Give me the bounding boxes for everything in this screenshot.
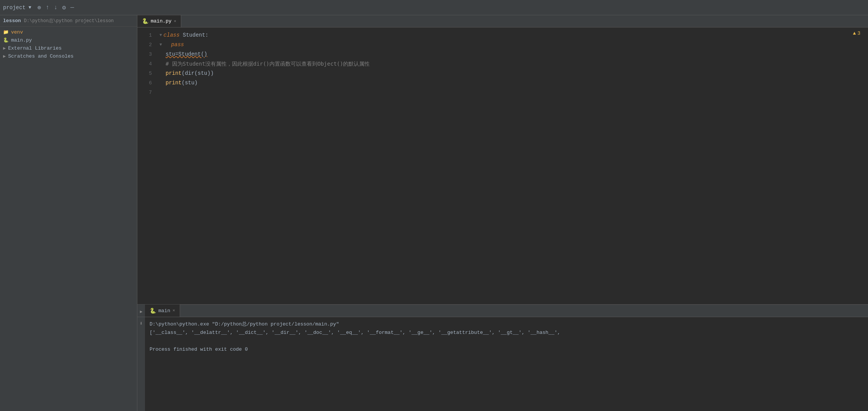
project-dropdown[interactable]: ▼ xyxy=(29,5,31,10)
code-line-2: ▼ pass xyxy=(156,40,868,50)
console-left-icons: ⬇ xyxy=(137,317,145,411)
console-tab-label: main xyxy=(158,308,170,314)
fold-marker-2[interactable]: ▼ xyxy=(159,40,162,50)
keyword-class: class xyxy=(164,31,180,40)
code-text: Student: xyxy=(180,31,209,40)
line-num-6: 6 xyxy=(140,78,152,88)
sidebar-item-scratches[interactable]: ▶ Scratches and Consoles xyxy=(0,52,137,60)
warning-badge: ▲ 3 xyxy=(853,31,860,36)
sidebar: lesson D:\python总\python project\lesson … xyxy=(0,15,137,411)
line-num-4: 4 xyxy=(140,59,152,69)
target-icon[interactable]: ⊕ xyxy=(37,4,41,11)
code-line-4: # 因为Student没有属性，因此根据dir()内置函数可以查看到Object… xyxy=(156,59,868,69)
sidebar-item-label: venv xyxy=(11,29,23,35)
line-numbers: 1 2 3 4 5 6 7 xyxy=(137,27,156,304)
sidebar-item-label: Scratches and Consoles xyxy=(8,53,74,59)
bottom-tab-bar: ▶ 🐍 main × xyxy=(137,305,868,317)
console-tab-close[interactable]: × xyxy=(172,308,175,313)
tab-console-main[interactable]: 🐍 main × xyxy=(145,305,180,317)
code-area[interactable]: ▲ 3 ▼ class Student: ▼ pass stu=St xyxy=(156,27,868,304)
tab-mainpy[interactable]: 🐍 main.py × xyxy=(137,15,181,27)
folder-icon: ▶ xyxy=(3,53,6,59)
code-comment: # 因为Student没有属性，因此根据dir()内置函数可以查看到Object… xyxy=(166,59,370,69)
code-line-7 xyxy=(156,88,868,97)
console-line-process: Process finished with exit code 0 xyxy=(150,345,863,354)
main-area: lesson D:\python总\python project\lesson … xyxy=(0,15,868,411)
code-line-3: stu=Student() xyxy=(156,50,868,59)
code-line-6: print (stu) xyxy=(156,78,868,88)
line-num-5: 5 xyxy=(140,69,152,78)
settings-icon[interactable]: ⚙ xyxy=(62,4,66,11)
console-line-cmd: D:\python\python.exe "D:/python总/python … xyxy=(150,320,863,329)
scroll-down-icon[interactable]: ⬇ xyxy=(140,320,143,327)
sidebar-item-label: main.py xyxy=(11,37,32,43)
line-num-3: 3 xyxy=(140,50,152,59)
console-tab-icon: 🐍 xyxy=(150,308,156,314)
func-print-2: print xyxy=(166,78,182,88)
toolbar: project ▼ ⊕ ↑ ↓ ⚙ — xyxy=(0,0,868,15)
align-up-icon[interactable]: ↑ xyxy=(46,4,50,11)
console-output: D:\python\python.exe "D:/python总/python … xyxy=(145,317,868,411)
sidebar-item-venv[interactable]: 📁 venv xyxy=(0,28,137,36)
tab-close-button[interactable]: × xyxy=(174,19,177,24)
sidebar-item-mainpy[interactable]: 🐍 main.py xyxy=(0,36,137,44)
keyword-pass: pass xyxy=(171,40,184,50)
tab-label: main.py xyxy=(151,18,172,24)
tab-bar: 🐍 main.py × xyxy=(137,15,868,27)
project-label: project xyxy=(3,5,26,11)
folder-icon: ▶ xyxy=(3,45,6,51)
line-num-2: 2 xyxy=(140,40,152,50)
sidebar-item-label: External Libraries xyxy=(8,45,61,51)
sidebar-header: lesson D:\python总\python project\lesson xyxy=(0,15,137,27)
console-side-icon[interactable]: ▶ xyxy=(140,309,143,314)
bottom-panel: ▶ 🐍 main × ⬇ D:\python\python.exe "D:/py… xyxy=(137,304,868,411)
project-path: D:\python总\python project\lesson xyxy=(24,18,114,24)
python-file-icon: 🐍 xyxy=(3,37,9,43)
toolbar-icons: ⊕ ↑ ↓ ⚙ — xyxy=(37,4,74,11)
fold-marker-1[interactable]: ▼ xyxy=(159,31,162,40)
console-line-empty xyxy=(150,337,863,345)
line-num-7: 7 xyxy=(140,88,152,97)
code-stu: stu=Student() xyxy=(166,50,207,59)
warning-count: 3 xyxy=(857,31,860,36)
console-line-output: ['__class__', '__delattr__', '__dict__',… xyxy=(150,329,863,337)
code-line-1: ▼ class Student: xyxy=(156,31,868,40)
folder-icon: 📁 xyxy=(3,29,9,35)
code-print-arg-2: (stu) xyxy=(182,78,198,88)
minimize-icon[interactable]: — xyxy=(71,4,74,11)
warning-icon: ▲ xyxy=(853,31,856,36)
project-name: lesson xyxy=(3,18,21,24)
editor-body: 1 2 3 4 5 6 7 ▲ 3 ▼ class Student: xyxy=(137,27,868,304)
sidebar-item-external-libraries[interactable]: ▶ External Libraries xyxy=(0,44,137,52)
code-line-5: print (dir(stu)) xyxy=(156,69,868,78)
func-print-1: print xyxy=(166,69,182,78)
align-down-icon[interactable]: ↓ xyxy=(54,4,58,11)
editor-container: 🐍 main.py × 1 2 3 4 5 6 7 ▲ 3 xyxy=(137,15,868,411)
python-tab-icon: 🐍 xyxy=(142,18,148,24)
code-print-arg-1: (dir(stu)) xyxy=(182,69,214,78)
line-num-1: 1 xyxy=(140,31,152,40)
sidebar-tree: 📁 venv 🐍 main.py ▶ External Libraries ▶ … xyxy=(0,27,137,411)
